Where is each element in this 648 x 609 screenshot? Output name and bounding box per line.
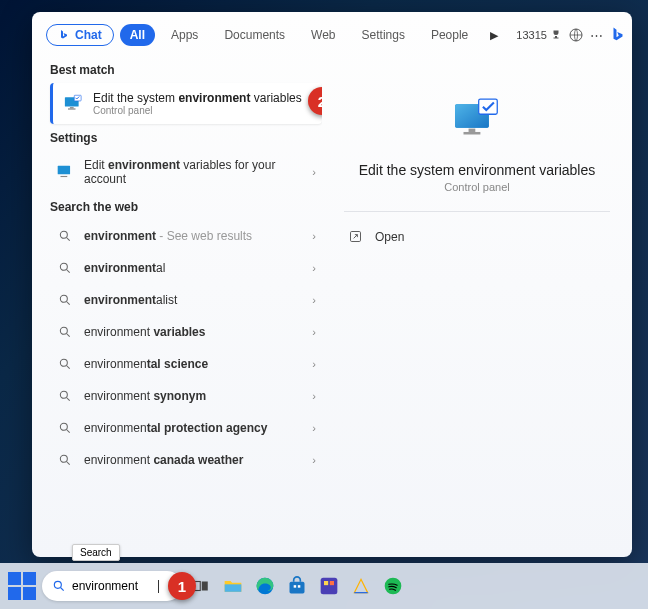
web-result-item[interactable]: environment - See web results› xyxy=(50,220,322,252)
search-icon xyxy=(52,579,66,593)
start-button[interactable] xyxy=(8,572,36,600)
search-icon xyxy=(58,261,72,275)
chevron-right-icon: › xyxy=(312,390,316,402)
edge-icon[interactable] xyxy=(252,573,278,599)
tab-documents[interactable]: Documents xyxy=(214,24,295,46)
web-result-item[interactable]: environmentalist› xyxy=(50,284,322,316)
divider xyxy=(344,211,610,212)
svg-rect-27 xyxy=(294,585,297,588)
details-pane: Edit the system environment variables Co… xyxy=(322,56,632,557)
search-icon xyxy=(58,293,72,307)
details-title: Edit the system environment variables xyxy=(359,162,596,178)
chevron-right-icon: › xyxy=(312,262,316,274)
svg-rect-29 xyxy=(321,578,338,595)
web-result-label: environmentalist xyxy=(84,293,302,307)
taskbar: 1 xyxy=(0,563,648,609)
svg-rect-24 xyxy=(225,584,242,592)
chevron-right-icon: › xyxy=(312,326,316,338)
filter-tabs: Chat All Apps Documents Web Settings Peo… xyxy=(32,12,632,56)
tab-settings[interactable]: Settings xyxy=(352,24,415,46)
explorer-icon[interactable] xyxy=(220,573,246,599)
svg-point-8 xyxy=(60,263,67,270)
store-icon[interactable] xyxy=(284,573,310,599)
svg-rect-2 xyxy=(70,107,74,108)
search-icon xyxy=(58,325,72,339)
points-value: 13315 xyxy=(516,29,547,41)
more-icon[interactable]: ⋯ xyxy=(590,26,603,44)
tab-all[interactable]: All xyxy=(120,24,155,46)
best-match-title: Edit the system environment variables xyxy=(93,91,302,105)
best-match-sub: Control panel xyxy=(93,105,302,116)
settings-result-item[interactable]: Edit environment variables for your acco… xyxy=(50,151,322,193)
search-icon xyxy=(58,421,72,435)
details-sub: Control panel xyxy=(444,181,509,193)
svg-point-11 xyxy=(60,359,67,366)
tab-web[interactable]: Web xyxy=(301,24,345,46)
search-icon xyxy=(58,357,72,371)
web-result-item[interactable]: environment variables› xyxy=(50,316,322,348)
rewards-points[interactable]: 13315 xyxy=(516,29,562,41)
results-area: Best match Edit the system environment v… xyxy=(32,56,632,557)
chevron-right-icon: › xyxy=(312,358,316,370)
annotation-badge-1: 1 xyxy=(168,572,196,600)
chevron-right-icon: › xyxy=(312,454,316,466)
svg-rect-5 xyxy=(58,166,70,174)
search-input[interactable] xyxy=(72,579,152,593)
web-result-item[interactable]: environmental› xyxy=(50,252,322,284)
svg-point-9 xyxy=(60,295,67,302)
search-icon xyxy=(58,229,72,243)
svg-point-7 xyxy=(60,231,67,238)
open-action[interactable]: Open xyxy=(344,222,610,251)
svg-rect-23 xyxy=(202,582,208,591)
bing-icon xyxy=(58,29,70,41)
settings-result-label: Edit environment variables for your acco… xyxy=(84,158,302,186)
svg-point-14 xyxy=(60,455,67,462)
svg-point-12 xyxy=(60,391,67,398)
chevron-right-icon: › xyxy=(312,230,316,242)
open-label: Open xyxy=(375,230,404,244)
bing-logo-icon[interactable] xyxy=(609,26,627,44)
trophy-icon xyxy=(550,29,562,41)
web-result-label: environmental protection agency xyxy=(84,421,302,435)
web-result-label: environment variables xyxy=(84,325,302,339)
web-result-item[interactable]: environmental protection agency› xyxy=(50,412,322,444)
web-result-label: environment - See web results xyxy=(84,229,302,243)
web-result-label: environmental xyxy=(84,261,302,275)
web-result-label: environment synonym xyxy=(84,389,302,403)
search-tooltip: Search xyxy=(72,544,120,561)
chevron-right-icon: › xyxy=(312,294,316,306)
web-result-item[interactable]: environment canada weather› xyxy=(50,444,322,476)
svg-rect-17 xyxy=(469,129,476,132)
web-result-item[interactable]: environmental science› xyxy=(50,348,322,380)
spotify-icon[interactable] xyxy=(380,573,406,599)
results-list: Best match Edit the system environment v… xyxy=(32,56,322,557)
svg-rect-19 xyxy=(479,99,498,114)
open-icon xyxy=(348,229,363,244)
best-match-item[interactable]: Edit the system environment variables Co… xyxy=(50,83,322,124)
tab-people[interactable]: People xyxy=(421,24,478,46)
svg-rect-3 xyxy=(68,108,76,109)
web-result-item[interactable]: environment synonym› xyxy=(50,380,322,412)
chat-label: Chat xyxy=(75,28,102,42)
monitor-icon xyxy=(63,94,83,114)
tabs-more-arrow[interactable]: ▶ xyxy=(484,26,504,45)
svg-rect-30 xyxy=(324,581,328,585)
section-settings: Settings xyxy=(50,131,322,145)
web-result-label: environmental science xyxy=(84,357,302,371)
app-icon-2[interactable] xyxy=(348,573,374,599)
taskbar-search[interactable]: 1 xyxy=(42,571,182,601)
globe-icon[interactable] xyxy=(568,26,584,44)
section-best-match: Best match xyxy=(50,63,322,77)
svg-point-10 xyxy=(60,327,67,334)
app-icon-1[interactable] xyxy=(316,573,342,599)
section-web: Search the web xyxy=(50,200,322,214)
monitor-large-icon xyxy=(450,94,504,148)
tab-apps[interactable]: Apps xyxy=(161,24,208,46)
svg-point-13 xyxy=(60,423,67,430)
svg-rect-28 xyxy=(298,585,301,588)
chat-tab[interactable]: Chat xyxy=(46,24,114,46)
svg-rect-31 xyxy=(330,581,334,585)
svg-point-21 xyxy=(54,581,61,588)
monitor-small-icon xyxy=(56,163,74,181)
web-result-label: environment canada weather xyxy=(84,453,302,467)
